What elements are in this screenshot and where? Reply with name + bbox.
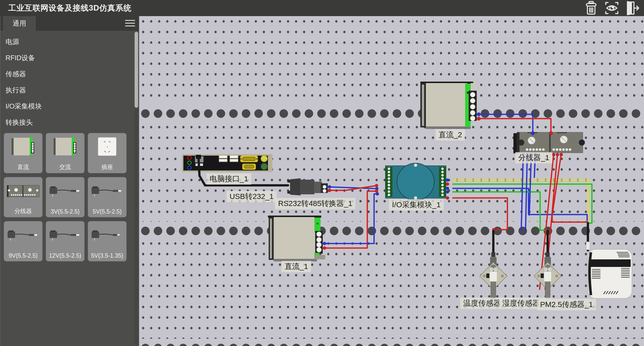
- palette-item-dc[interactable]: 直流: [4, 133, 43, 173]
- palette-label: 分线器: [4, 207, 42, 215]
- device-pc-interface[interactable]: [182, 154, 272, 172]
- delete-button[interactable]: [584, 1, 599, 15]
- category-power[interactable]: 电源: [1, 34, 139, 50]
- device-label-io-module-1: I/O采集模块_1: [389, 199, 444, 211]
- device-label-pc-interface-1: 电脑接口_1: [207, 173, 251, 185]
- hamburger-icon[interactable]: [125, 20, 135, 28]
- device-dc-power-2[interactable]: [420, 82, 477, 129]
- device-label-dc-1: 直流_1: [281, 261, 311, 272]
- simulation-canvas[interactable]: 直流_2 分线器_1 电脑接口_1 USB转232_1 RS232转485转换器…: [139, 16, 644, 346]
- palette-item-3v[interactable]: 3V(5.5-2.5): [46, 177, 85, 217]
- palette-item-12v[interactable]: 12V(5.5-2.5): [46, 221, 85, 261]
- header-bar: 工业互联网设备及接线3D仿真系统: [0, 0, 644, 16]
- device-palette: 直流 交流: [4, 133, 136, 261]
- eye-view-icon: [605, 1, 619, 15]
- category-sensors[interactable]: 传感器: [1, 66, 139, 82]
- dc-power-thumb: [11, 137, 35, 158]
- palette-label: 5V(3.5-1.35): [88, 252, 126, 259]
- view-button[interactable]: [604, 1, 619, 15]
- socket-thumb: [97, 137, 117, 157]
- palette-label: 直流: [4, 163, 42, 171]
- header-toolbar: [584, 1, 640, 15]
- device-io-module[interactable]: [385, 163, 446, 200]
- exit-door-icon: [625, 1, 640, 15]
- palette-label: 交流: [46, 163, 84, 171]
- adapter-thumb: [48, 181, 82, 201]
- palette-item-ac[interactable]: 交流: [46, 133, 85, 173]
- tab-general[interactable]: 通用: [3, 16, 36, 31]
- ac-power-thumb: [53, 137, 77, 158]
- category-rfid[interactable]: RFID设备: [1, 50, 139, 66]
- device-label-usb-232-1: USB转232_1: [226, 191, 276, 202]
- exit-button[interactable]: [625, 1, 640, 15]
- palette-item-5v-small[interactable]: 5V(3.5-1.35): [88, 221, 127, 261]
- trash-icon: [584, 1, 598, 15]
- sidebar: 通用 电源 RFID设备 传感器 执行器 I/O采集模块 转换接头: [0, 16, 139, 346]
- device-splitter[interactable]: [513, 132, 585, 153]
- app-window: 工业互联网设备及接线3D仿真系统: [0, 0, 644, 346]
- category-actuators[interactable]: 执行器: [1, 82, 139, 98]
- category-io-modules[interactable]: I/O采集模块: [1, 98, 139, 114]
- palette-label: 9V(5.5-2.5): [4, 252, 42, 259]
- palette-label: 3V(5.5-2.5): [46, 208, 84, 215]
- palette-item-splitter[interactable]: 分线器: [4, 177, 43, 217]
- adapter-thumb: [6, 225, 40, 245]
- palette-label: 12V(5.5-2.5): [46, 252, 84, 259]
- splitter-thumb: [6, 181, 40, 201]
- device-label-dc-2: 直流_2: [435, 129, 465, 141]
- device-label-pm25-sensor-1: PM2.5传感器_1: [537, 299, 596, 310]
- palette-item-5v[interactable]: 5V(5.5-2.5): [88, 177, 127, 217]
- app-title: 工业互联网设备及接线3D仿真系统: [8, 3, 132, 13]
- device-label-splitter-1: 分线器_1: [515, 152, 552, 163]
- palette-label: 5V(5.5-2.5): [88, 208, 126, 215]
- category-adapters[interactable]: 转换接头: [1, 114, 139, 130]
- category-menu: 电源 RFID设备 传感器 执行器 I/O采集模块 转换接头: [1, 31, 139, 130]
- device-label-rs232-485-1: RS232转485转换器_1: [275, 198, 355, 209]
- palette-item-socket[interactable]: 插座: [88, 133, 127, 173]
- palette-label: 插座: [88, 163, 126, 171]
- adapter-thumb: [90, 181, 124, 201]
- device-dc-power-1[interactable]: [268, 216, 325, 261]
- palette-item-9v[interactable]: 9V(5.5-2.5): [4, 221, 43, 261]
- device-pm25-sensor[interactable]: [586, 242, 632, 298]
- adapter-thumb: [48, 225, 82, 245]
- adapter-thumb: [90, 225, 124, 245]
- scrollbar-thumb[interactable]: [135, 32, 138, 108]
- sidebar-tabstrip: 通用: [1, 16, 139, 31]
